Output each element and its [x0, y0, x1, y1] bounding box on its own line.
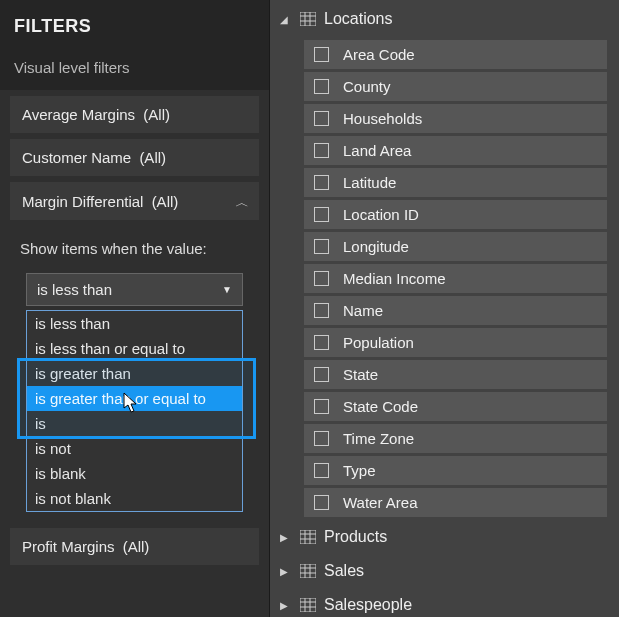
field-label: State Code [343, 398, 418, 415]
group-name: Sales [324, 562, 364, 580]
svg-rect-10 [300, 564, 316, 578]
field-row[interactable]: State [304, 360, 607, 389]
field-label: County [343, 78, 391, 95]
field-checkbox[interactable] [314, 495, 329, 510]
field-row[interactable]: Households [304, 104, 607, 133]
field-row[interactable]: Water Area [304, 488, 607, 517]
field-label: Name [343, 302, 383, 319]
filter-item-margin-differential[interactable]: Margin Differential (All) 〈 [10, 182, 259, 220]
chevron-up-icon: 〈 [232, 195, 250, 208]
filter-item-customer-name[interactable]: Customer Name (All) [10, 139, 259, 176]
table-icon [300, 530, 316, 544]
field-row[interactable]: Latitude [304, 168, 607, 197]
field-checkbox[interactable] [314, 463, 329, 478]
filter-item-profit-margins[interactable]: Profit Margins (All) [10, 528, 259, 565]
expand-icon: ▶ [280, 532, 292, 543]
condition-option[interactable]: is blank [27, 461, 242, 486]
group-header-locations[interactable]: ◢ Locations [270, 0, 611, 38]
expand-icon: ▶ [280, 566, 292, 577]
table-icon [300, 598, 316, 612]
condition-option[interactable]: is not [27, 436, 242, 461]
expand-icon: ▶ [280, 600, 292, 611]
filter-name: Profit Margins [22, 538, 115, 555]
field-label: Longitude [343, 238, 409, 255]
field-checkbox[interactable] [314, 175, 329, 190]
field-checkbox[interactable] [314, 47, 329, 62]
condition-option[interactable]: is greater than or equal to [27, 386, 242, 411]
filter-item-average-margins[interactable]: Average Margins (All) [10, 96, 259, 133]
field-label: Type [343, 462, 376, 479]
field-row[interactable]: Area Code [304, 40, 607, 69]
condition-option[interactable]: is not blank [27, 486, 242, 511]
filter-name: Customer Name [22, 149, 131, 166]
collapse-icon: ◢ [280, 14, 292, 25]
field-checkbox[interactable] [314, 367, 329, 382]
condition-selected-value: is less than [37, 281, 112, 298]
field-row[interactable]: Location ID [304, 200, 607, 229]
field-label: Time Zone [343, 430, 414, 447]
svg-rect-5 [300, 530, 316, 544]
field-checkbox[interactable] [314, 79, 329, 94]
field-row[interactable]: Median Income [304, 264, 607, 293]
group-name: Locations [324, 10, 393, 28]
field-label: Median Income [343, 270, 446, 287]
group-header-salespeople[interactable]: ▶ Salespeople [270, 588, 611, 617]
field-row[interactable]: Name [304, 296, 607, 325]
field-row[interactable]: State Code [304, 392, 607, 421]
group-name: Salespeople [324, 596, 412, 614]
field-checkbox[interactable] [314, 303, 329, 318]
group-name: Products [324, 528, 387, 546]
field-checkbox[interactable] [314, 143, 329, 158]
field-row[interactable]: Land Area [304, 136, 607, 165]
condition-option[interactable]: is [27, 411, 242, 436]
field-checkbox[interactable] [314, 335, 329, 350]
condition-select[interactable]: is less than ▼ [26, 273, 243, 306]
filters-subheader: Visual level filters [0, 49, 269, 90]
dropdown-icon: ▼ [222, 284, 232, 295]
svg-rect-0 [300, 12, 316, 26]
table-icon [300, 12, 316, 26]
condition-option[interactable]: is less than or equal to [27, 336, 242, 361]
field-label: Households [343, 110, 422, 127]
filter-scope: (All) [152, 193, 179, 210]
field-checkbox[interactable] [314, 239, 329, 254]
show-items-label: Show items when the value: [20, 238, 249, 259]
filters-header: FILTERS [0, 0, 269, 49]
field-row[interactable]: Population [304, 328, 607, 357]
field-checkbox[interactable] [314, 111, 329, 126]
condition-dropdown: is less thanis less than or equal tois g… [26, 310, 243, 512]
field-checkbox[interactable] [314, 207, 329, 222]
field-row[interactable]: Time Zone [304, 424, 607, 453]
table-icon [300, 564, 316, 578]
condition-option[interactable]: is greater than [27, 361, 242, 386]
field-row[interactable]: County [304, 72, 607, 101]
group-header-sales[interactable]: ▶ Sales [270, 554, 611, 588]
field-label: Location ID [343, 206, 419, 223]
field-checkbox[interactable] [314, 431, 329, 446]
field-row[interactable]: Type [304, 456, 607, 485]
field-label: Land Area [343, 142, 411, 159]
filter-scope: (All) [139, 149, 166, 166]
field-checkbox[interactable] [314, 399, 329, 414]
group-header-products[interactable]: ▶ Products [270, 520, 611, 554]
field-label: Latitude [343, 174, 396, 191]
filter-scope: (All) [143, 106, 170, 123]
field-label: Water Area [343, 494, 417, 511]
field-label: State [343, 366, 378, 383]
fields-panel: ◢ Locations Area CodeCountyHouseholdsLan… [270, 0, 619, 617]
field-label: Area Code [343, 46, 415, 63]
filters-panel: FILTERS Visual level filters Average Mar… [0, 0, 270, 617]
field-row[interactable]: Longitude [304, 232, 607, 261]
field-checkbox[interactable] [314, 271, 329, 286]
field-label: Population [343, 334, 414, 351]
filter-name: Margin Differential [22, 193, 143, 210]
svg-rect-15 [300, 598, 316, 612]
filter-scope: (All) [123, 538, 150, 555]
condition-option[interactable]: is less than [27, 311, 242, 336]
filter-expanded-area: Show items when the value: is less than … [10, 226, 259, 522]
filter-name: Average Margins [22, 106, 135, 123]
